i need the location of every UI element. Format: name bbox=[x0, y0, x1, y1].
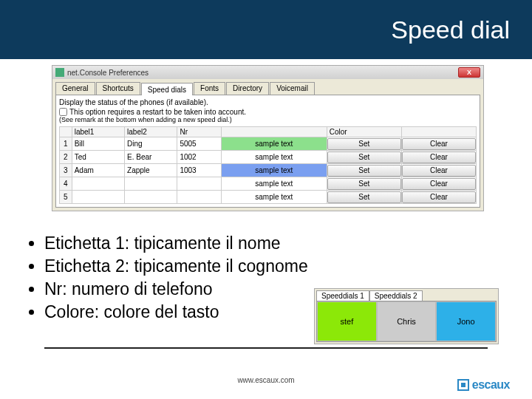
table-row: 1BillDing5005sample textSetClear bbox=[60, 137, 477, 151]
slide-header: Speed dial bbox=[0, 0, 532, 59]
bullet-item: Etichetta 2: tipicamente il cognome bbox=[44, 256, 532, 276]
sample-text-cell: sample text bbox=[221, 177, 327, 191]
restart-checkbox[interactable] bbox=[59, 108, 67, 116]
nr-cell[interactable]: 1002 bbox=[177, 151, 221, 164]
speed-dial-preview: Speeddials 1Speeddials 2 stefChrisJono bbox=[314, 288, 499, 344]
logo-square-icon bbox=[457, 379, 469, 391]
clear-button[interactable]: Clear bbox=[402, 178, 476, 190]
tab-directory[interactable]: Directory bbox=[226, 82, 269, 95]
row-number: 4 bbox=[60, 177, 72, 191]
restart-label: This option requires a restart to be tak… bbox=[69, 108, 246, 116]
speed-dial-key[interactable]: stef bbox=[317, 301, 377, 341]
label2-cell[interactable] bbox=[125, 177, 177, 191]
table-row: 4sample textSetClear bbox=[60, 177, 477, 191]
speed-dial-key[interactable]: Chris bbox=[377, 301, 437, 341]
window-titlebar: net.Console Preferences X bbox=[52, 66, 483, 79]
table-header-row: label1label2NrColor bbox=[60, 127, 477, 137]
tab-speed-dials[interactable]: Speed dials bbox=[141, 83, 193, 95]
column-header: Nr bbox=[177, 127, 221, 137]
tab-fonts[interactable]: Fonts bbox=[194, 82, 225, 95]
tab-bar: GeneralShortcutsSpeed dialsFontsDirector… bbox=[52, 79, 483, 95]
tab-general[interactable]: General bbox=[55, 82, 95, 95]
column-header bbox=[221, 127, 327, 137]
clear-button[interactable]: Clear bbox=[402, 138, 476, 150]
nr-cell[interactable]: 5005 bbox=[177, 137, 221, 151]
nr-cell[interactable] bbox=[177, 191, 221, 204]
tab-voicemail[interactable]: Voicemail bbox=[270, 82, 315, 95]
nr-cell[interactable]: 1003 bbox=[177, 164, 221, 177]
set-button[interactable]: Set bbox=[327, 165, 401, 177]
row-number: 1 bbox=[60, 137, 72, 151]
window-title: net.Console Preferences bbox=[67, 69, 458, 77]
close-icon[interactable]: X bbox=[458, 67, 480, 78]
speed-dial-table: label1label2NrColor 1BillDing5005sample … bbox=[59, 126, 477, 204]
sample-text-cell: sample text bbox=[221, 151, 327, 164]
sample-text-cell: sample text bbox=[221, 191, 327, 204]
speed-dial-key[interactable]: Jono bbox=[436, 301, 496, 341]
table-row: 5sample textSetClear bbox=[60, 191, 477, 204]
tab-pane: Display the status of the phones (if ava… bbox=[55, 95, 480, 208]
nr-cell[interactable] bbox=[177, 177, 221, 191]
app-icon bbox=[55, 68, 64, 77]
set-button[interactable]: Set bbox=[327, 138, 401, 150]
preview-tabs: Speeddials 1Speeddials 2 bbox=[315, 289, 498, 301]
brand-logo: escaux bbox=[457, 378, 510, 392]
label2-cell[interactable]: Ding bbox=[125, 137, 177, 151]
row-number: 3 bbox=[60, 164, 72, 177]
label1-cell[interactable]: Adam bbox=[72, 164, 124, 177]
table-row: 2TedE. Bear1002sample textSetClear bbox=[60, 151, 477, 164]
table-row: 3AdamZapple1003sample textSetClear bbox=[60, 164, 477, 177]
brand-name: escaux bbox=[472, 378, 510, 392]
column-header: label1 bbox=[72, 127, 124, 137]
row-number: 5 bbox=[60, 191, 72, 204]
preferences-screenshot: net.Console Preferences X GeneralShortcu… bbox=[52, 65, 484, 211]
set-button[interactable]: Set bbox=[327, 191, 401, 203]
preferences-window: net.Console Preferences X GeneralShortcu… bbox=[52, 65, 484, 211]
row-number: 2 bbox=[60, 151, 72, 164]
label2-cell[interactable] bbox=[125, 191, 177, 204]
column-header bbox=[401, 127, 476, 137]
set-button[interactable]: Set bbox=[327, 151, 401, 163]
restart-option[interactable]: This option requires a restart to be tak… bbox=[59, 108, 477, 116]
preview-content: stefChrisJono bbox=[316, 301, 497, 342]
bullet-item: Etichetta 1: tipicamente il nome bbox=[44, 233, 532, 253]
label1-cell[interactable]: Bill bbox=[72, 137, 124, 151]
option-description: Display the status of the phones (if ava… bbox=[59, 98, 477, 106]
sample-text-cell: sample text bbox=[221, 164, 327, 177]
page-title: Speed dial bbox=[391, 16, 510, 44]
label1-cell[interactable] bbox=[72, 177, 124, 191]
preview-tab[interactable]: Speeddials 2 bbox=[369, 290, 423, 301]
column-header: label2 bbox=[125, 127, 177, 137]
column-header: Color bbox=[327, 127, 401, 137]
set-button[interactable]: Set bbox=[327, 178, 401, 190]
footer-divider bbox=[44, 347, 488, 349]
footer-url: www.escaux.com bbox=[0, 376, 532, 384]
label1-cell[interactable] bbox=[72, 191, 124, 204]
remark-note: (See remark at the bottom when adding a … bbox=[59, 116, 477, 123]
tab-shortcuts[interactable]: Shortcuts bbox=[96, 82, 140, 95]
label2-cell[interactable]: Zapple bbox=[125, 164, 177, 177]
preview-tab[interactable]: Speeddials 1 bbox=[316, 290, 369, 301]
clear-button[interactable]: Clear bbox=[402, 191, 476, 203]
label2-cell[interactable]: E. Bear bbox=[125, 151, 177, 164]
clear-button[interactable]: Clear bbox=[402, 151, 476, 163]
label1-cell[interactable]: Ted bbox=[72, 151, 124, 164]
sample-text-cell: sample text bbox=[221, 137, 327, 151]
clear-button[interactable]: Clear bbox=[402, 165, 476, 177]
